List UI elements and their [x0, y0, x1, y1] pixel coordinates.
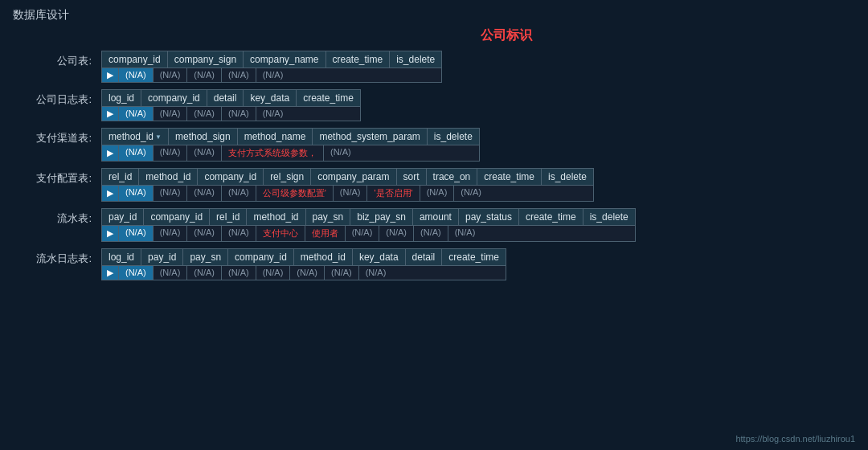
- col-create-time: create_time: [519, 209, 583, 225]
- pay-config-header: rel_id method_id company_id rel_sign com…: [102, 169, 593, 186]
- col-is-delete: is_delete: [390, 51, 441, 68]
- arrow-cell: ▶: [102, 226, 119, 241]
- col-pay-status: pay_status: [459, 209, 519, 225]
- col-method-sign: method_sign: [169, 129, 238, 145]
- footer-url: https://blog.csdn.net/liuzhirou1: [735, 434, 855, 444]
- flow-log-table-row: 流水日志表: log_id pay_id pay_sn company_id m…: [13, 248, 855, 280]
- cell-company-id: (N/A): [154, 226, 188, 241]
- cell-method-name: (N/A): [187, 145, 222, 161]
- col-key-data: key_data: [244, 90, 297, 106]
- col-rel-sign: rel_sign: [264, 169, 311, 185]
- col-trace-on: trace_on: [427, 169, 478, 185]
- flow-table: pay_id company_id rel_id method_id pay_s…: [101, 208, 636, 242]
- arrow-cell: ▶: [102, 186, 119, 201]
- cell-pay-id: (N/A): [119, 226, 154, 241]
- col-method-system-param: method_system_param: [313, 129, 427, 145]
- col-pay-sn: pay_sn: [183, 249, 228, 265]
- col-detail: detail: [406, 249, 443, 265]
- cell-is-delete: (N/A): [256, 68, 290, 82]
- cell-is-delete: (N/A): [454, 186, 488, 201]
- cell-is-delete: (N/A): [448, 226, 482, 241]
- col-company-id: company_id: [198, 169, 264, 185]
- cell-method-sign: (N/A): [154, 145, 188, 161]
- col-method-id: method_id ▼: [102, 129, 169, 145]
- cell-method-system-param: 支付方式系统级参数，: [222, 145, 324, 161]
- cell-company-sign: (N/A): [154, 68, 188, 82]
- flow-log-header: log_id pay_id pay_sn company_id method_i…: [102, 249, 506, 266]
- section-header: 公司标识: [158, 27, 855, 44]
- arrow-cell: ▶: [102, 107, 119, 121]
- col-create-time: create_time: [477, 169, 542, 185]
- cell-key-data: (N/A): [290, 266, 325, 280]
- cell-create-time: (N/A): [222, 68, 256, 82]
- cell-create-time: (N/A): [359, 266, 393, 280]
- cell-rel-id: (N/A): [187, 226, 222, 241]
- cell-trace-on: '是否启用': [367, 186, 420, 201]
- col-method-id: method_id: [247, 209, 305, 225]
- pay-method-body: ▶ (N/A) (N/A) (N/A) 支付方式系统级参数， (N/A): [102, 145, 479, 161]
- cell-amount: (N/A): [346, 226, 380, 241]
- flow-table-row: 流水表: pay_id company_id rel_id method_id …: [13, 208, 855, 242]
- col-rel-id: rel_id: [102, 169, 139, 185]
- company-label: 公司表:: [13, 51, 101, 68]
- pay-method-table: method_id ▼ method_sign method_name meth…: [101, 128, 480, 162]
- col-sort: sort: [397, 169, 427, 185]
- company-log-table-row: 公司日志表: log_id company_id detail key_data…: [13, 89, 855, 121]
- cell-create-time: (N/A): [256, 107, 290, 121]
- page-title: 数据库设计: [0, 0, 868, 27]
- cell-key-data: (N/A): [222, 107, 256, 121]
- flow-log-body: ▶ (N/A) (N/A) (N/A) (N/A) (N/A) (N/A) (N…: [102, 266, 506, 280]
- cell-company-id: (N/A): [119, 68, 154, 82]
- col-is-delete: is_delete: [542, 169, 593, 185]
- cell-method-id: (N/A): [119, 145, 154, 161]
- col-company-sign: company_sign: [168, 51, 244, 68]
- cell-company-name: (N/A): [187, 68, 222, 82]
- company-log-table: log_id company_id detail key_data create…: [101, 89, 361, 121]
- col-rel-id: rel_id: [210, 209, 247, 225]
- col-method-id: method_id: [294, 249, 353, 265]
- cell-rel-sign: (N/A): [222, 186, 256, 201]
- col-company-id: company_id: [102, 51, 168, 68]
- pay-method-header: method_id ▼ method_sign method_name meth…: [102, 129, 479, 145]
- cell-method-id: (N/A): [154, 186, 188, 201]
- pay-method-label: 支付渠道表:: [13, 128, 101, 145]
- col-pay-sn: pay_sn: [306, 209, 351, 225]
- company-log-label: 公司日志表:: [13, 89, 101, 107]
- col-method-name: method_name: [238, 129, 313, 145]
- cell-rel-id: (N/A): [119, 186, 154, 201]
- col-detail: detail: [207, 90, 244, 106]
- arrow-cell: ▶: [102, 145, 119, 161]
- col-company-id: company_id: [144, 209, 210, 225]
- company-table-body: ▶ (N/A) (N/A) (N/A) (N/A) (N/A): [102, 68, 441, 82]
- col-method-id: method_id: [139, 169, 198, 185]
- col-company-id: company_id: [141, 90, 207, 106]
- cell-log-id: (N/A): [119, 107, 154, 121]
- cell-pay-id: (N/A): [154, 266, 188, 280]
- col-log-id: log_id: [102, 249, 141, 265]
- cell-pay-sn: 支付中心: [256, 226, 305, 241]
- col-key-data: key_data: [353, 249, 406, 265]
- flow-body: ▶ (N/A) (N/A) (N/A) (N/A) 支付中心 使用者 (N/A)…: [102, 226, 635, 241]
- flow-header: pay_id company_id rel_id method_id pay_s…: [102, 209, 635, 226]
- company-table-row: 公司表: company_id company_sign company_nam…: [13, 51, 855, 83]
- flow-label: 流水表:: [13, 208, 101, 226]
- col-log-id: log_id: [102, 90, 141, 106]
- col-create-time: create_time: [442, 249, 506, 265]
- arrow-cell: ▶: [102, 266, 119, 280]
- col-pay-id: pay_id: [102, 209, 144, 225]
- cell-is-delete: (N/A): [324, 145, 358, 161]
- pay-config-table: rel_id method_id company_id rel_sign com…: [101, 168, 594, 202]
- col-biz-pay-sn: biz_pay_sn: [350, 209, 413, 225]
- cell-log-id: (N/A): [119, 266, 154, 280]
- cell-pay-status: (N/A): [379, 226, 414, 241]
- cell-create-time: (N/A): [420, 186, 455, 201]
- arrow-cell: ▶: [102, 68, 119, 82]
- col-company-param: company_param: [311, 169, 396, 185]
- flow-log-label: 流水日志表:: [13, 248, 101, 266]
- company-table: company_id company_sign company_name cre…: [101, 51, 442, 83]
- pay-config-label: 支付配置表:: [13, 168, 101, 186]
- company-log-body: ▶ (N/A) (N/A) (N/A) (N/A) (N/A): [102, 107, 360, 121]
- col-is-delete: is_delete: [428, 129, 479, 145]
- col-create-time: create_time: [297, 90, 360, 106]
- cell-biz-pay-sn: 使用者: [305, 226, 346, 241]
